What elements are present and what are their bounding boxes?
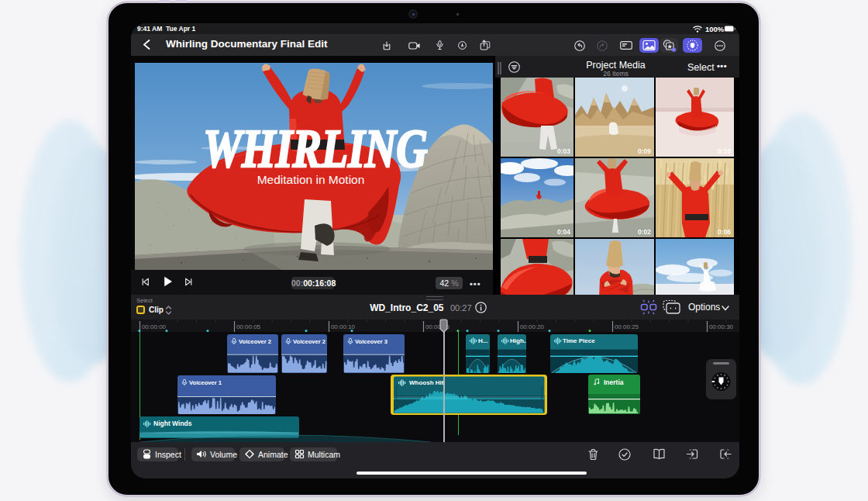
svg-text:Night Winds: Night Winds bbox=[153, 420, 192, 427]
svg-text:0:04: 0:04 bbox=[557, 228, 570, 236]
svg-text:Inertia: Inertia bbox=[604, 378, 624, 386]
svg-text:Whoosh Hit: Whoosh Hit bbox=[409, 379, 444, 386]
svg-text:High...: High... bbox=[510, 337, 526, 344]
svg-text:100%: 100% bbox=[705, 25, 725, 33]
svg-text:0:06: 0:06 bbox=[718, 228, 731, 236]
svg-text:WHIRLING: WHIRLING bbox=[203, 119, 428, 178]
svg-text:Time Piece: Time Piece bbox=[563, 337, 595, 344]
svg-text:0:03: 0:03 bbox=[557, 147, 570, 155]
svg-text:Voiceover 1: Voiceover 1 bbox=[189, 378, 222, 385]
svg-text:Meditation in Motion: Meditation in Motion bbox=[257, 173, 364, 186]
svg-text:H...: H... bbox=[478, 337, 487, 344]
svg-text:Voiceover 3: Voiceover 3 bbox=[355, 338, 388, 345]
svg-text:Voiceover 2: Voiceover 2 bbox=[239, 338, 271, 345]
svg-text:0:02: 0:02 bbox=[638, 228, 651, 236]
svg-text:0:09: 0:09 bbox=[638, 147, 651, 155]
svg-text:Voiceover 2: Voiceover 2 bbox=[293, 338, 326, 345]
svg-text:0:10: 0:10 bbox=[718, 147, 731, 155]
